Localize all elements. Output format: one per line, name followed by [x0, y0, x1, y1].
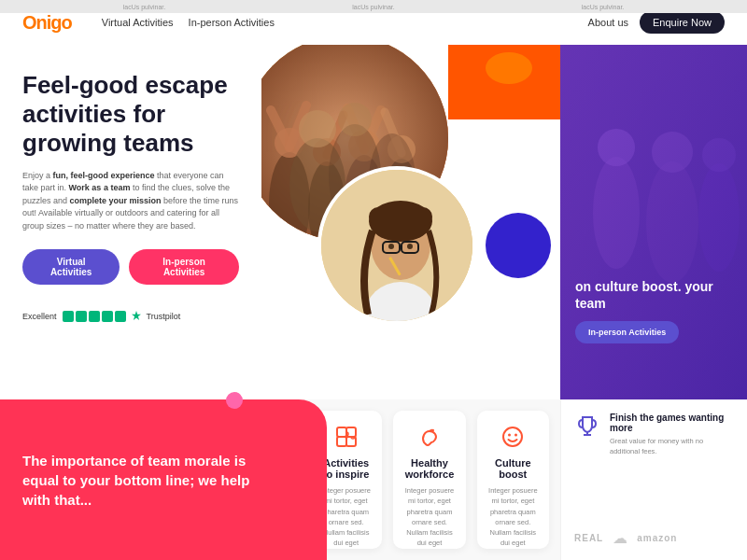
brand-logos: REAL ☁ amazon — [574, 529, 734, 547]
trophy-icon — [574, 413, 600, 439]
virtual-activities-button[interactable]: Virtual Activities — [22, 249, 120, 285]
hero-description: Enjoy a fun, feel-good experience that e… — [22, 170, 239, 233]
star-1 — [63, 311, 74, 322]
hero-right-bg-svg — [560, 45, 747, 399]
star-3 — [89, 311, 100, 322]
svg-point-20 — [388, 244, 394, 249]
hero-left: Feel-good escape activities for growing … — [0, 45, 261, 399]
svg-point-38 — [503, 427, 522, 446]
finish-text-block: Finish the games wanting more Great valu… — [610, 413, 734, 456]
top-strip: lacUs pulvinar. lacUs pulvinar. lacUs pu… — [0, 0, 747, 13]
svg-point-39 — [508, 434, 511, 437]
svg-line-11 — [347, 108, 364, 149]
blob-orange — [486, 52, 532, 84]
pink-dot — [226, 392, 243, 409]
navbar-right: About us Enquire Now — [588, 11, 725, 34]
card-healthy-workforce: Healthy workforce Integer posuere mi tor… — [393, 411, 465, 549]
card-1-desc: Integer posuere mi tortor, eget pharetra… — [321, 485, 371, 549]
finish-games: Finish the games wanting more Great valu… — [574, 413, 734, 456]
hero-right-content: on culture boost. your team In-person Ac… — [575, 278, 732, 343]
logo-text: Oni — [22, 12, 50, 33]
finish-desc: Great value for money with no additional… — [610, 437, 734, 456]
svg-point-10 — [348, 130, 380, 161]
card-culture-boost: Culture boost Integer posuere mi tortor,… — [477, 411, 549, 549]
svg-rect-33 — [560, 45, 747, 399]
bottom-section: The importance of team morale is equal t… — [0, 399, 747, 560]
svg-line-8 — [327, 115, 344, 155]
svg-point-21 — [407, 244, 413, 249]
nav-links: Virtual Activities In-person Activities — [102, 17, 275, 28]
svg-rect-34 — [337, 427, 346, 437]
red-section: The importance of team morale is equal t… — [0, 399, 299, 560]
svg-rect-19 — [369, 207, 432, 226]
top-strip-text1: lacUs pulvinar. — [123, 4, 166, 10]
enquire-button[interactable]: Enquire Now — [640, 11, 725, 34]
hero-buttons: Virtual Activities In-person Activities — [22, 249, 239, 285]
card-2-desc: Integer posuere mi tortor, eget pharetra… — [404, 485, 454, 549]
hero-title: Feel-good escape activities for growing … — [22, 71, 239, 159]
team-photo-small — [317, 166, 476, 325]
hero-right-overlay — [560, 45, 747, 399]
individual-photo-svg — [321, 170, 476, 325]
stars — [63, 311, 126, 322]
nav-virtual[interactable]: Virtual Activities — [102, 17, 174, 28]
trustpilot: Excellent Trustpilot — [22, 311, 239, 322]
svg-line-4 — [271, 110, 289, 147]
svg-point-40 — [514, 434, 517, 437]
inperson-activities-button[interactable]: In-person Activities — [129, 249, 239, 285]
svg-point-7 — [313, 138, 341, 166]
card-3-desc: Integer posuere mi tortor, eget pharetra… — [488, 485, 538, 549]
logo-accent: g — [50, 12, 61, 33]
tagline-text: The importance of team morale is equal t… — [22, 451, 276, 510]
star-2 — [76, 311, 87, 322]
nav-inperson[interactable]: In-person Activities — [189, 17, 275, 28]
trustpilot-brand — [132, 311, 141, 322]
svg-line-5 — [289, 105, 306, 147]
svg-point-3 — [275, 128, 304, 158]
brand-real: REAL — [574, 533, 603, 543]
smiley-icon — [498, 424, 528, 450]
hero-right-title: on culture boost. your team — [575, 278, 732, 312]
card-2-title: Healthy workforce — [404, 457, 454, 480]
svg-rect-36 — [337, 437, 346, 446]
svg-line-12 — [364, 110, 381, 149]
puzzle-icon — [331, 424, 361, 450]
cloud-icon: ☁ — [613, 529, 627, 547]
svg-line-15 — [385, 112, 402, 153]
card-3-title: Culture boost — [488, 457, 538, 480]
top-strip-text2: lacUs pulvinar. — [352, 4, 395, 10]
logo: Onigo — [22, 12, 72, 34]
trustpilot-label: Excellent — [22, 312, 57, 321]
top-strip-text3: lacUs pulvinar. — [582, 4, 625, 10]
svg-point-14 — [388, 135, 416, 163]
svg-point-2 — [269, 152, 310, 241]
hero-section: Feel-good escape activities for growing … — [0, 45, 747, 399]
trustpilot-name: Trustpilot — [147, 312, 181, 321]
cards-section: Activities to inspire Integer posuere mi… — [299, 399, 560, 560]
arm-icon — [415, 424, 444, 450]
about-button[interactable]: About us — [588, 17, 628, 28]
hero-right-panel: on culture boost. your team In-person Ac… — [560, 45, 747, 399]
right-panel-bottom: Finish the games wanting more Great valu… — [560, 399, 747, 560]
star-5 — [115, 311, 126, 322]
star-4 — [102, 311, 113, 322]
finish-title: Finish the games wanting more — [610, 413, 734, 433]
logo-text2: o — [62, 12, 72, 33]
hero-right-inperson-button[interactable]: In-person Activities — [575, 321, 679, 343]
svg-marker-0 — [132, 311, 141, 320]
brand-amazon: amazon — [637, 533, 677, 543]
page-wrapper: lacUs pulvinar. lacUs pulvinar. lacUs pu… — [0, 0, 747, 560]
blob-blue — [486, 213, 551, 278]
trustpilot-star-icon — [132, 311, 141, 320]
card-1-title: Activities to inspire — [321, 457, 371, 480]
